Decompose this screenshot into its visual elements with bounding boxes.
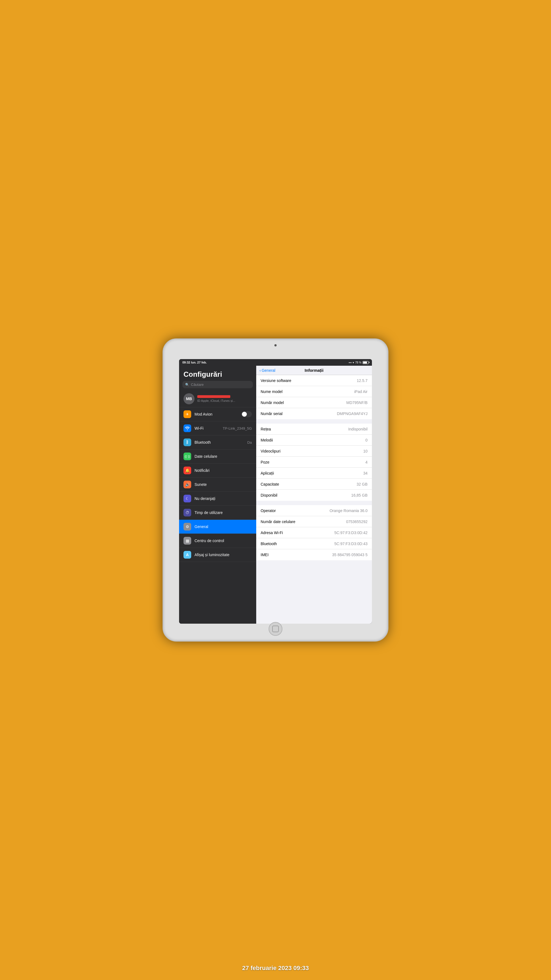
info-value: 0 bbox=[365, 438, 367, 442]
nav-back-button[interactable]: ‹ General bbox=[259, 368, 275, 372]
info-label: Aplicații bbox=[260, 471, 274, 476]
info-label: Melodii bbox=[260, 438, 273, 442]
home-button[interactable] bbox=[268, 622, 283, 636]
status-right: ▪▪▪ ▾ 78 % bbox=[349, 361, 368, 364]
battery-icon bbox=[362, 361, 368, 364]
info-row-bluetooth-address: Bluetooth 5C:97:F3:D3:0D:43 bbox=[256, 538, 372, 549]
sidebar-item-label: Centru de control bbox=[194, 538, 252, 543]
info-label: Număr serial bbox=[260, 412, 283, 416]
status-bar: 09:32 lun. 27 feb. ▪▪▪ ▾ 78 % bbox=[179, 359, 372, 366]
timestamp: 27 februarie 2023 09:33 bbox=[242, 964, 309, 972]
main-content: ‹ General Informații Versiune software 1… bbox=[256, 366, 372, 624]
screen-content: Configurări 🔍 Căutare MB ID Apple, iClou… bbox=[179, 366, 372, 624]
info-row-operator: Operator Orange Romania 36.0 bbox=[256, 505, 372, 516]
info-row-numar-date: Număr date celulare 0753655292 bbox=[256, 516, 372, 527]
info-value: 35 884795 059043 5 bbox=[332, 552, 367, 557]
info-row-videoclipuri: Videoclipuri 10 bbox=[256, 445, 372, 457]
info-label: Nume model bbox=[260, 390, 283, 394]
info-value: Indisponibil bbox=[348, 427, 367, 431]
bluetooth-icon: ᛒ bbox=[184, 439, 191, 446]
profile-info: ID Apple, iCloud, iTunes și... bbox=[197, 395, 252, 402]
sidebar-item-label: Afișaj și luminozitate bbox=[194, 552, 252, 557]
info-row-software: Versiune software 12.5.7 bbox=[256, 375, 372, 386]
sidebar-item-general[interactable]: ⚙ General bbox=[179, 520, 256, 534]
sidebar-item-label: Notificări bbox=[194, 468, 252, 473]
nav-back-label: General bbox=[262, 368, 275, 372]
info-value: Orange Romania 36.0 bbox=[330, 509, 367, 513]
info-value: 5C:97:F3:D3:0D:42 bbox=[334, 530, 367, 535]
profile-row[interactable]: MB ID Apple, iCloud, iTunes și... bbox=[179, 390, 256, 407]
info-value: 0753655292 bbox=[346, 520, 367, 524]
info-section-network: Operator Orange Romania 36.0 Număr date … bbox=[256, 505, 372, 560]
info-value: 16,85 GB bbox=[351, 493, 367, 498]
do-not-disturb-icon: ☾ bbox=[184, 495, 191, 503]
sounds-icon: 🔊 bbox=[184, 480, 191, 488]
sidebar-item-centru-control[interactable]: ▦ Centru de control bbox=[179, 534, 256, 548]
info-label: Bluetooth bbox=[260, 541, 277, 546]
sidebar-item-label: Nu deranjați bbox=[194, 496, 252, 501]
info-section-storage: Rețea Indisponibil Melodii 0 Videoclipur… bbox=[256, 423, 372, 501]
sidebar-item-timp-utilizare[interactable]: ⏱ Timp de utilizare bbox=[179, 506, 256, 520]
info-label: Videoclipuri bbox=[260, 449, 281, 453]
display-icon: A bbox=[184, 551, 191, 558]
sidebar-item-nu-deranjati[interactable]: ☾ Nu deranjați bbox=[179, 492, 256, 506]
sidebar-item-wifi[interactable]: Wi-Fi TP-Link_2349_5G bbox=[179, 422, 256, 436]
info-row-melodii: Melodii 0 bbox=[256, 434, 372, 445]
status-time: 09:32 lun. 27 feb. bbox=[183, 361, 207, 364]
info-row-model-name: Nume model iPad Air bbox=[256, 386, 372, 397]
info-value: DMPNGA9AF4YJ bbox=[337, 412, 367, 416]
info-value: 10 bbox=[363, 449, 367, 453]
info-section-device: Versiune software 12.5.7 Nume model iPad… bbox=[256, 375, 372, 419]
info-label: Rețea bbox=[260, 427, 271, 431]
cellular-icon: ((·)) bbox=[184, 452, 191, 460]
nav-title: Informații bbox=[305, 368, 324, 372]
airplane-mode-toggle[interactable] bbox=[241, 411, 252, 417]
info-row-retea: Rețea Indisponibil bbox=[256, 423, 372, 434]
info-label: IMEI bbox=[260, 552, 268, 557]
info-label: Capacitate bbox=[260, 482, 279, 487]
sidebar-item-value: Da bbox=[247, 441, 252, 444]
sidebar-title: Configurări bbox=[179, 366, 256, 381]
search-bar[interactable]: 🔍 Căutare bbox=[183, 381, 253, 388]
back-chevron-icon: ‹ bbox=[259, 368, 261, 372]
info-value: 12.5.7 bbox=[357, 379, 367, 383]
battery-percent: 78 % bbox=[355, 361, 362, 364]
sidebar-item-sunete[interactable]: 🔊 Sunete bbox=[179, 477, 256, 492]
info-row-serial: Număr serial DMPNGA9AF4YJ bbox=[256, 408, 372, 419]
signal-icon: ▪▪▪ bbox=[349, 361, 352, 364]
sidebar-item-notificari[interactable]: 🔔 Notificări bbox=[179, 463, 256, 477]
info-row-imei: IMEI 35 884795 059043 5 bbox=[256, 549, 372, 560]
info-row-poze: Poze 4 bbox=[256, 457, 372, 468]
tablet-device: 09:32 lun. 27 feb. ▪▪▪ ▾ 78 % Configurăr… bbox=[162, 339, 389, 641]
info-label: Versiune software bbox=[260, 379, 291, 383]
sidebar-item-label: Bluetooth bbox=[194, 440, 244, 444]
sidebar-items-list: ✈ Mod Avion Wi-Fi TP-Link_2349_5G bbox=[179, 407, 256, 624]
airplane-icon: ✈ bbox=[184, 410, 191, 418]
sidebar-item-date-celulare[interactable]: ((·)) Date celulare bbox=[179, 450, 256, 463]
search-icon: 🔍 bbox=[185, 383, 189, 387]
info-row-aplicatii: Aplicații 34 bbox=[256, 468, 372, 479]
info-label: Adresa Wi-Fi bbox=[260, 530, 283, 535]
info-row-capacitate: Capacitate 32 GB bbox=[256, 479, 372, 490]
sidebar-item-bluetooth[interactable]: ᛒ Bluetooth Da bbox=[179, 436, 256, 450]
sidebar: Configurări 🔍 Căutare MB ID Apple, iClou… bbox=[179, 366, 256, 624]
info-label: Poze bbox=[260, 460, 270, 465]
control-center-icon: ▦ bbox=[184, 537, 191, 544]
profile-subtitle: ID Apple, iCloud, iTunes și... bbox=[197, 399, 252, 402]
sidebar-item-value: TP-Link_2349_5G bbox=[222, 426, 252, 431]
avatar: MB bbox=[184, 393, 194, 404]
sidebar-item-mod-avion[interactable]: ✈ Mod Avion bbox=[179, 407, 256, 422]
sidebar-item-label: Date celulare bbox=[194, 454, 252, 458]
front-camera bbox=[275, 344, 276, 347]
sidebar-item-afisaj[interactable]: A Afișaj și luminozitate bbox=[179, 548, 256, 562]
sidebar-item-label: Timp de utilizare bbox=[194, 511, 252, 515]
info-row-model-number: Număr model MD795NF/B bbox=[256, 397, 372, 408]
search-placeholder: Căutare bbox=[191, 382, 203, 387]
info-row-wifi-address: Adresa Wi-Fi 5C:97:F3:D3:0D:42 bbox=[256, 527, 372, 538]
info-label: Disponibil bbox=[260, 493, 278, 498]
sidebar-item-label: General bbox=[194, 525, 252, 529]
info-label: Operator bbox=[260, 509, 276, 513]
sidebar-item-label: Sunete bbox=[194, 482, 252, 487]
info-value: 5C:97:F3:D3:0D:43 bbox=[334, 541, 367, 546]
profile-name-redacted bbox=[197, 395, 230, 398]
